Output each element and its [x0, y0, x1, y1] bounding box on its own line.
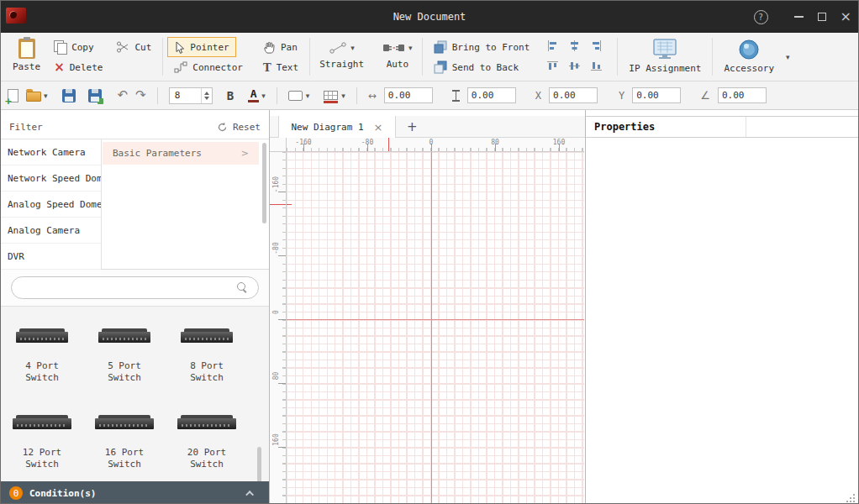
- connector-icon: [174, 61, 187, 73]
- cut-button[interactable]: Cut: [109, 37, 158, 57]
- new-document-button[interactable]: [8, 89, 18, 102]
- device-label: 12 Port: [23, 447, 61, 458]
- bold-button[interactable]: B: [227, 89, 234, 102]
- ribbon-overflow-button[interactable]: ▾: [786, 51, 790, 62]
- font-size-value: 8: [175, 90, 181, 101]
- align-left-button[interactable]: [547, 40, 558, 54]
- straight-line-icon: [329, 41, 347, 55]
- switch-image: [181, 332, 233, 343]
- pointer-label: Pointer: [190, 42, 229, 53]
- font-size-combo[interactable]: 8: [169, 87, 213, 104]
- basic-parameters-row[interactable]: Basic Parameters >: [103, 142, 259, 165]
- save-as-badge-icon: [97, 98, 103, 104]
- accessory-button[interactable]: Accessory: [717, 37, 781, 74]
- reset-button[interactable]: Reset: [217, 122, 261, 133]
- align-bottom-button[interactable]: [591, 60, 602, 74]
- chevron-right-icon: >: [241, 148, 249, 159]
- search-icon[interactable]: [237, 282, 246, 291]
- paste-label: Paste: [13, 61, 40, 72]
- width-field[interactable]: [384, 87, 433, 103]
- properties-panel: Properties: [586, 110, 858, 504]
- open-button[interactable]: ▾: [26, 89, 48, 102]
- align-right-button[interactable]: [591, 40, 602, 54]
- close-button[interactable]: ×: [841, 10, 851, 24]
- maximize-button[interactable]: [818, 13, 826, 21]
- delete-button[interactable]: × Delete: [47, 57, 109, 77]
- pan-tool-button[interactable]: Pan: [256, 37, 305, 57]
- overflow-dropdown-icon: ▾: [786, 53, 790, 61]
- fill-color-dropdown[interactable]: ▾: [324, 91, 345, 100]
- device-item-20-port-switch[interactable]: 20 PortSwitch: [166, 418, 248, 470]
- font-size-spinner[interactable]: [201, 88, 212, 103]
- minimize-button[interactable]: [794, 16, 804, 18]
- y-field[interactable]: [632, 87, 681, 103]
- diagram-tab[interactable]: New Diagram 1 ×: [278, 116, 396, 138]
- category-item-network-speed-dome[interactable]: Network Speed Dome: [1, 165, 101, 192]
- paste-button[interactable]: Paste: [6, 37, 47, 72]
- help-button[interactable]: ?: [754, 10, 768, 24]
- auto-dropdown-icon[interactable]: ▾: [408, 44, 413, 52]
- ruler-corner: [270, 138, 287, 152]
- device-label: 5 Port: [108, 360, 141, 371]
- bring-to-front-button[interactable]: Bring to Front: [427, 37, 537, 57]
- collapse-arrow-icon[interactable]: [245, 490, 254, 498]
- category-item-analog-speed-dome[interactable]: Analog Speed Dome: [1, 192, 101, 218]
- align-center-button[interactable]: [569, 40, 580, 54]
- device-label: 4 Port: [25, 360, 59, 371]
- drawing-canvas[interactable]: [287, 152, 584, 504]
- copy-button[interactable]: Copy: [47, 37, 109, 57]
- category-item-network-camera[interactable]: Network Camera: [1, 139, 101, 165]
- device-item-16-port-switch[interactable]: 16 PortSwitch: [83, 418, 166, 470]
- parameter-subpanel: Basic Parameters >: [103, 139, 269, 269]
- height-field[interactable]: [467, 87, 516, 103]
- align-middle-button[interactable]: [569, 60, 580, 74]
- reset-label: Reset: [233, 122, 261, 133]
- save-as-button[interactable]: [88, 89, 102, 102]
- pan-label: Pan: [281, 42, 298, 53]
- line-style-dropdown-icon: ▾: [306, 92, 310, 100]
- undo-button[interactable]: ↶: [118, 89, 129, 102]
- pointer-tool-button[interactable]: Pointer: [167, 37, 236, 57]
- properties-title: Properties: [586, 121, 655, 133]
- straight-line-button[interactable]: ▾ Straight: [314, 37, 369, 70]
- auto-label: Auto: [387, 59, 409, 70]
- auto-connector-button[interactable]: ▾ Auto: [377, 37, 418, 70]
- y-label: Y: [619, 90, 624, 102]
- device-item-12-port-switch[interactable]: 12 PortSwitch: [1, 418, 83, 470]
- device-item-5-port-switch[interactable]: 5 PortSwitch: [83, 332, 166, 384]
- font-color-button[interactable]: A ▾: [248, 89, 266, 102]
- connector-tool-button[interactable]: Connector: [167, 57, 250, 77]
- add-tab-button[interactable]: +: [407, 119, 418, 134]
- copy-icon: [54, 40, 66, 54]
- line-style-dropdown[interactable]: ▾: [288, 91, 310, 101]
- device-item-4-port-switch[interactable]: 4 PortSwitch: [1, 332, 83, 384]
- category-item-analog-camera[interactable]: Analog Camera: [1, 218, 101, 244]
- condition-bar[interactable]: 0 Condition(s): [1, 481, 269, 504]
- accessory-icon: [738, 39, 760, 60]
- ruler-label: -160: [295, 139, 311, 146]
- resize-grip[interactable]: [846, 492, 856, 503]
- straight-label: Straight: [319, 59, 364, 70]
- filter-label: Filter: [9, 122, 43, 133]
- device-label: 8 Port: [190, 360, 224, 371]
- header-divider: [746, 117, 746, 137]
- ruler-label: 160: [553, 139, 565, 146]
- text-tool-button[interactable]: T Text: [256, 57, 305, 77]
- app-window: New Document ? × Paste Copy × Delete: [0, 0, 859, 504]
- category-item-dvr[interactable]: DVR: [1, 244, 101, 270]
- cursor-position-marker: [270, 204, 286, 205]
- x-field[interactable]: [549, 87, 598, 103]
- straight-dropdown-icon[interactable]: ▾: [350, 44, 355, 52]
- save-button[interactable]: [62, 89, 76, 102]
- tab-close-icon[interactable]: ×: [374, 121, 383, 134]
- window-title: New Document: [1, 1, 858, 33]
- search-input[interactable]: [12, 277, 258, 298]
- device-label: Switch: [25, 372, 59, 383]
- ip-assignment-button[interactable]: IP Assignment: [622, 37, 708, 74]
- rotation-field[interactable]: [718, 87, 767, 103]
- device-item-8-port-switch[interactable]: 8 PortSwitch: [166, 332, 248, 384]
- align-top-button[interactable]: [547, 60, 558, 74]
- redo-button[interactable]: ↷: [135, 89, 146, 102]
- send-to-back-button[interactable]: Send to Back: [427, 57, 537, 77]
- subpanel-scrollbar[interactable]: [262, 143, 266, 223]
